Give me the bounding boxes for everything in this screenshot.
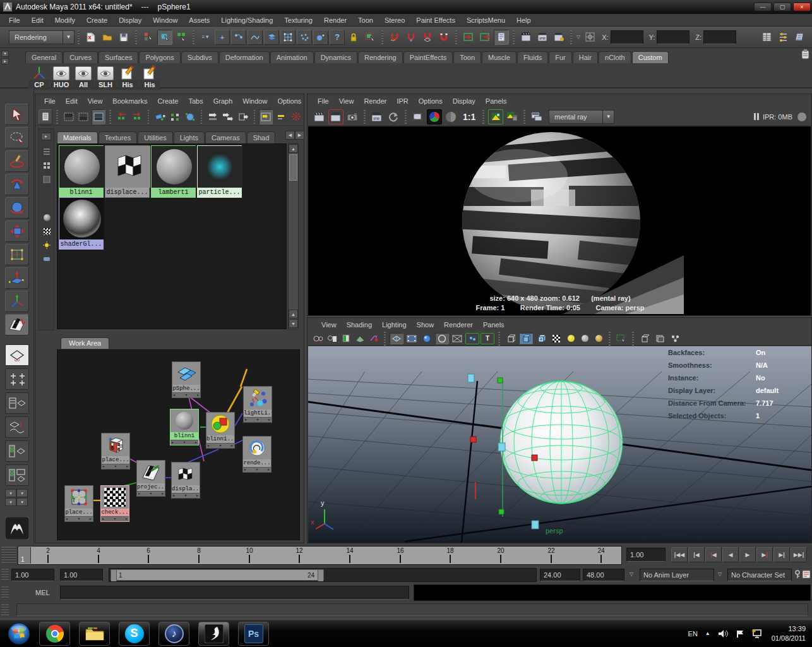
soft-modification-tool[interactable] bbox=[5, 267, 29, 289]
shelf-editor-icon[interactable] bbox=[801, 49, 809, 61]
shelf-tab-surfaces[interactable]: Surfaces bbox=[99, 51, 138, 63]
anim-layer-chevron-icon[interactable]: ▽ bbox=[630, 571, 633, 577]
snap-magnet-point-icon[interactable] bbox=[403, 30, 419, 45]
psphere-wireframe[interactable] bbox=[500, 381, 623, 504]
explorer-taskbar-button[interactable] bbox=[79, 622, 110, 646]
create-bar-toggle-icon[interactable] bbox=[39, 109, 52, 124]
channel-box-icon[interactable] bbox=[759, 30, 774, 45]
node-controls[interactable]: ▸▾▸ bbox=[172, 392, 200, 397]
menu-file[interactable]: File bbox=[3, 16, 26, 24]
create-bar-utility-icon[interactable] bbox=[40, 253, 54, 265]
y-coord-input[interactable] bbox=[657, 30, 690, 44]
hs-tab-utilities[interactable]: Utilities bbox=[138, 131, 172, 143]
tab-scroll-right-icon[interactable]: ▶ bbox=[295, 131, 304, 140]
isolate-select-icon[interactable] bbox=[614, 333, 628, 344]
shelf-tab-polygons[interactable]: Polygons bbox=[139, 51, 180, 63]
shelf-tab-curves[interactable]: Curves bbox=[63, 51, 98, 63]
node-checker[interactable]: check... ▸▾▸ bbox=[100, 485, 129, 522]
create-bar-list-icon[interactable] bbox=[40, 145, 54, 158]
menu-assets[interactable]: Assets bbox=[183, 16, 215, 24]
xray-icon[interactable] bbox=[638, 333, 652, 344]
menu-window[interactable]: Window bbox=[147, 16, 183, 24]
material-swatch-shaderglow[interactable]: shaderGl... bbox=[59, 197, 104, 250]
hs-tab-materials[interactable]: Materials bbox=[57, 131, 98, 143]
refresh-ipr-icon[interactable] bbox=[386, 109, 401, 124]
menu-texturing[interactable]: Texturing bbox=[278, 16, 318, 24]
node-displacement[interactable]: displa... ▸▾▸ bbox=[171, 462, 200, 499]
snap-points-cluster-icon[interactable] bbox=[297, 30, 312, 45]
hs-menu-options[interactable]: Options bbox=[272, 97, 306, 105]
auto-keyframe-icon[interactable] bbox=[802, 569, 811, 580]
menu-toon[interactable]: Toon bbox=[352, 16, 379, 24]
help-icon[interactable]: ? bbox=[330, 30, 345, 45]
camera-attributes-icon[interactable] bbox=[326, 333, 338, 344]
command-response-field[interactable] bbox=[414, 584, 811, 601]
construction-history-icon[interactable] bbox=[494, 30, 509, 45]
rv-menu-panels[interactable]: Panels bbox=[481, 97, 512, 105]
character-set-chevron-icon[interactable]: ▽ bbox=[718, 571, 722, 577]
shelf-tab-muscle[interactable]: Muscle bbox=[482, 51, 516, 63]
pause-icon[interactable] bbox=[754, 113, 759, 120]
highlight-selection-icon[interactable] bbox=[362, 30, 378, 45]
vp-menu-renderer[interactable]: Renderer bbox=[439, 321, 478, 329]
snapshot-icon[interactable] bbox=[345, 109, 360, 124]
command-language-label[interactable]: MEL bbox=[35, 589, 50, 596]
chevron-down-icon[interactable]: ▽ bbox=[576, 34, 580, 40]
show-manipulator-tool[interactable] bbox=[5, 291, 29, 312]
last-tool-used[interactable] bbox=[5, 314, 29, 336]
tray-action-center-icon[interactable] bbox=[736, 629, 744, 638]
group-separator[interactable] bbox=[455, 30, 457, 44]
shelf-tab-menu-icon[interactable]: ▾ bbox=[1, 51, 9, 57]
layout-dropdown-left2[interactable]: ▾▾ bbox=[5, 498, 28, 506]
select-camera-icon[interactable] bbox=[312, 333, 325, 344]
make-live-icon[interactable] bbox=[280, 30, 296, 45]
tool-settings-icon[interactable] bbox=[775, 30, 791, 45]
paint-select-tool[interactable] bbox=[5, 150, 29, 172]
tray-language-label[interactable]: EN bbox=[688, 630, 698, 638]
clear-graph-icon[interactable] bbox=[153, 109, 167, 124]
rearrange-graph-icon[interactable] bbox=[168, 109, 182, 124]
rv-menu-view[interactable]: View bbox=[334, 97, 359, 105]
snap-plane-icon[interactable] bbox=[264, 30, 279, 45]
current-frame-marker[interactable]: 1 bbox=[19, 547, 31, 564]
hs-tab-shading-groups[interactable]: Shad bbox=[247, 131, 276, 143]
range-slider-grip[interactable] bbox=[1, 569, 9, 581]
playback-start-field[interactable]: 1.00 bbox=[60, 569, 103, 581]
layout-hypershade-persp-button[interactable] bbox=[5, 440, 29, 462]
minimize-button[interactable]: — bbox=[754, 3, 772, 11]
node-controls[interactable]: ▸▾▸ bbox=[65, 516, 93, 521]
split-panes-icon[interactable] bbox=[92, 109, 105, 124]
tab-scroll-left-icon[interactable]: ◀ bbox=[285, 131, 295, 140]
rv-menu-options[interactable]: Options bbox=[414, 97, 448, 105]
one-to-one-icon[interactable]: 1:1 bbox=[463, 112, 475, 122]
menu-paint-effects[interactable]: Paint Effects bbox=[410, 16, 461, 24]
hs-menu-bookmarks[interactable]: Bookmarks bbox=[107, 97, 152, 105]
image-plane-icon[interactable] bbox=[354, 333, 366, 344]
snap-magnet-curve-icon[interactable] bbox=[387, 30, 402, 45]
play-forwards-button[interactable]: ▶ bbox=[739, 547, 756, 562]
select-hierarchy-icon[interactable] bbox=[141, 30, 156, 45]
materials-scrollbar[interactable]: ▲ ▲ ▼ bbox=[288, 143, 299, 329]
xray-joints-icon[interactable] bbox=[653, 333, 667, 344]
menu-help[interactable]: Help bbox=[511, 16, 537, 24]
current-time-field[interactable]: 1.00 bbox=[626, 548, 666, 562]
exposure-icon[interactable] bbox=[668, 333, 682, 344]
menu-edit[interactable]: Edit bbox=[26, 16, 49, 24]
shelf-tab-subdivs[interactable]: Subdivs bbox=[181, 51, 218, 63]
layout-persp-outliner-button[interactable] bbox=[5, 392, 29, 414]
show-material-nodes-icon[interactable] bbox=[259, 109, 273, 124]
group-separator[interactable] bbox=[193, 30, 194, 44]
node-controls[interactable]: ▸▾▸ bbox=[172, 493, 200, 498]
textured-checker-icon[interactable] bbox=[549, 333, 563, 344]
all-lights-icon[interactable] bbox=[592, 333, 605, 344]
scroll-up2-icon[interactable]: ▲ bbox=[289, 310, 298, 318]
shelf-item-all[interactable]: All bbox=[73, 64, 94, 90]
vp-menu-shading[interactable]: Shading bbox=[342, 321, 377, 329]
command-line-grip[interactable] bbox=[1, 586, 9, 599]
render-settings-dialog-icon[interactable] bbox=[529, 109, 544, 124]
shelf-tab-painteffects[interactable]: PaintEffects bbox=[403, 51, 453, 63]
vp-menu-panels[interactable]: Panels bbox=[478, 321, 510, 329]
node-controls[interactable]: ▸▾▸ bbox=[170, 440, 198, 445]
title-bar[interactable]: Autodesk Maya 2011 x64: untitled* --- pS… bbox=[0, 0, 812, 14]
shelf-menu-icon[interactable]: ▸ bbox=[1, 58, 9, 64]
